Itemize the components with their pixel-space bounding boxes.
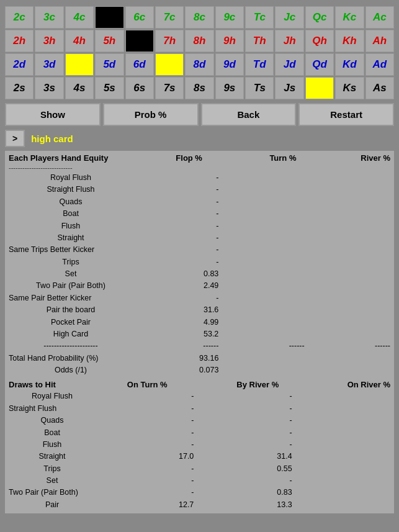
card-cell[interactable]: Th — [245, 30, 274, 52]
card-cell[interactable]: 3s — [35, 77, 63, 99]
card-cell[interactable]: 8s — [185, 77, 213, 99]
card-cell[interactable]: 9s — [215, 77, 244, 99]
equity-flop-val: 2.49 — [169, 280, 218, 292]
card-cell[interactable] — [95, 6, 123, 29]
card-cell[interactable]: 5h — [95, 30, 123, 52]
card-cell[interactable] — [125, 30, 154, 52]
card-cell[interactable]: Kh — [335, 30, 364, 52]
card-cell[interactable]: 3c — [35, 6, 63, 29]
draws-row-name: Set — [9, 475, 96, 487]
button-row: Show Prob % Back Restart — [5, 103, 394, 126]
equity-row: Royal Flush- — [9, 172, 390, 184]
card-cell[interactable]: Ts — [245, 77, 274, 99]
draws-title: Draws to Hit — [9, 380, 56, 389]
card-cell[interactable]: Jh — [275, 30, 303, 52]
card-cell[interactable]: 2h — [5, 30, 34, 52]
card-cell[interactable]: Qc — [305, 6, 334, 29]
equity-turn-val — [255, 172, 305, 184]
card-cell[interactable]: 6c — [125, 6, 154, 29]
card-cell[interactable]: Qh — [305, 30, 334, 52]
card-cell[interactable]: 2s — [5, 77, 34, 99]
equity-river-val — [341, 353, 390, 364]
equity-flop-val: - — [169, 292, 218, 304]
equity-river-val — [341, 196, 390, 208]
equity-rows: Royal Flush-Straight Flush-Quads-Boat-Fl… — [9, 172, 390, 376]
equity-divider: ---------------------------- — [9, 164, 390, 171]
equity-flop-val: 0.83 — [169, 268, 218, 280]
card-cell[interactable]: Jc — [275, 6, 303, 29]
equity-row: Same Trips Better Kicker- — [9, 244, 390, 256]
draws-row-name: Two Pair (Pair Both) — [9, 487, 96, 498]
equity-flop-val: ------ — [169, 340, 218, 352]
draws-row-name: Straight Flush — [9, 403, 96, 415]
card-cell[interactable] — [305, 77, 334, 99]
on-turn-header: On Turn % — [112, 380, 168, 389]
card-cell[interactable]: 7s — [155, 77, 184, 99]
equity-row-name: Pocket Pair — [9, 317, 133, 328]
equity-row: Trips- — [9, 256, 390, 268]
draws-on-turn-val: - — [138, 463, 194, 475]
arrow-button[interactable]: > — [5, 130, 25, 147]
equity-turn-val — [255, 196, 305, 208]
draws-row-name: Trips — [9, 463, 96, 475]
card-cell[interactable]: Kd — [335, 53, 364, 76]
card-cell[interactable]: Jd — [275, 53, 303, 76]
card-cell[interactable]: Qd — [305, 53, 334, 76]
card-cell[interactable]: 2c — [5, 6, 34, 29]
card-cell[interactable]: 3d — [35, 53, 63, 76]
card-cell[interactable]: 7h — [155, 30, 184, 52]
card-cell[interactable]: 5s — [95, 77, 123, 99]
card-cell[interactable]: 4c — [65, 6, 94, 29]
card-cell[interactable]: Ah — [365, 30, 394, 52]
card-cell[interactable]: 9c — [215, 6, 244, 29]
back-button[interactable]: Back — [201, 103, 297, 126]
card-cell[interactable] — [155, 53, 184, 76]
card-cell[interactable]: 6d — [125, 53, 154, 76]
card-cell[interactable]: As — [365, 77, 394, 99]
card-cell[interactable]: 6s — [125, 77, 154, 99]
equity-turn-val — [255, 317, 305, 328]
show-button[interactable]: Show — [5, 103, 101, 126]
card-cell[interactable]: 9h — [215, 30, 244, 52]
card-cell[interactable]: 3h — [35, 30, 63, 52]
by-river-header: By River % — [223, 380, 279, 389]
equity-flop-val: 0.073 — [169, 364, 218, 376]
card-cell[interactable]: 8d — [185, 53, 213, 76]
card-cell[interactable]: Js — [275, 77, 303, 99]
card-cell[interactable] — [65, 53, 94, 76]
card-cell[interactable]: 4s — [65, 77, 94, 99]
card-cell[interactable]: Ac — [365, 6, 394, 29]
draws-by-river-val: - — [236, 427, 292, 439]
restart-button[interactable]: Restart — [298, 103, 394, 126]
card-cell[interactable]: 7c — [155, 6, 184, 29]
app-container: 2c3c4c6c7c8c9cTcJcQcKcAc2h3h4h5h7h8h9hTh… — [0, 0, 399, 532]
card-cell[interactable]: Tc — [245, 6, 274, 29]
card-cell[interactable]: 9d — [215, 53, 244, 76]
equity-river-val — [341, 184, 390, 196]
card-cell[interactable]: 2d — [5, 53, 34, 76]
draws-on-river-val — [334, 475, 390, 487]
draws-row: Trips-0.55 — [9, 463, 390, 475]
equity-row: High Card53.2 — [9, 328, 390, 340]
equity-river-val — [341, 244, 390, 256]
prob-button[interactable]: Prob % — [103, 103, 199, 126]
card-cell[interactable]: Kc — [335, 6, 364, 29]
draws-by-river-val: - — [236, 475, 292, 487]
card-cell[interactable]: 5d — [95, 53, 123, 76]
draws-on-turn-val: - — [138, 439, 194, 451]
equity-row-name: Odds (/1) — [9, 364, 133, 376]
card-cell[interactable]: Td — [245, 53, 274, 76]
equity-river-val — [341, 256, 390, 268]
card-cell[interactable]: 8h — [185, 30, 213, 52]
card-cell[interactable]: 8c — [185, 6, 213, 29]
draws-on-turn-val: - — [138, 403, 194, 415]
card-cell[interactable]: Ad — [365, 53, 394, 76]
draws-by-river-val: - — [236, 390, 292, 402]
equity-turn-val — [255, 220, 305, 232]
equity-row-name: Quads — [9, 196, 133, 208]
draws-on-river-val — [334, 390, 390, 402]
card-cell[interactable]: Ks — [335, 77, 364, 99]
equity-river-val — [341, 328, 390, 340]
equity-flop-val: - — [169, 208, 218, 220]
card-cell[interactable]: 4h — [65, 30, 94, 52]
